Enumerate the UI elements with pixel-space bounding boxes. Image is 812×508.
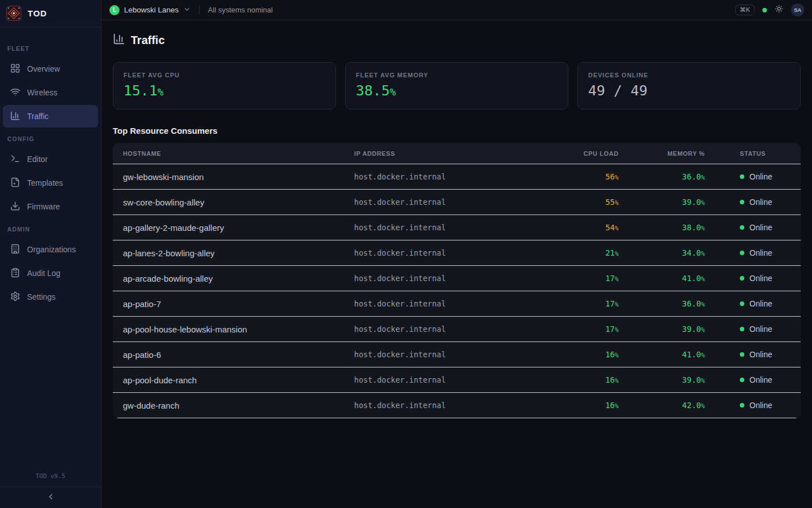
status-label: Online bbox=[749, 401, 772, 410]
cpu-load-cell: 54% bbox=[547, 215, 626, 240]
status-cell: Online bbox=[712, 266, 801, 291]
topbar: L Lebowski Lanes All systems nominal ⌘K … bbox=[102, 0, 812, 20]
sidebar-item-label: Wireless bbox=[27, 88, 58, 97]
sidebar-item-overview[interactable]: Overview bbox=[3, 58, 98, 80]
app-version: TOD v9.5 bbox=[0, 472, 101, 487]
online-dot bbox=[740, 276, 744, 281]
user-avatar[interactable]: SA bbox=[791, 3, 804, 16]
sidebar-item-label: Settings bbox=[27, 292, 56, 301]
online-dot bbox=[740, 225, 744, 230]
org-switcher[interactable]: L Lebowski Lanes bbox=[109, 5, 191, 15]
cpu-load-cell: 16% bbox=[547, 342, 626, 367]
stat-value: 49 / 49 bbox=[588, 82, 790, 99]
main-area: L Lebowski Lanes All systems nominal ⌘K … bbox=[102, 0, 812, 508]
sidebar-item-settings[interactable]: Settings bbox=[3, 286, 98, 308]
table-row[interactable]: ap-patio-7host.docker.internal17%36.0%On… bbox=[113, 291, 801, 317]
table-row[interactable]: ap-lanes-2-bowling-alleyhost.docker.inte… bbox=[113, 240, 801, 266]
cpu-load-cell: 16% bbox=[547, 367, 626, 393]
nav-section-fleet: FLEET bbox=[0, 45, 101, 52]
hostname-cell: ap-lanes-2-bowling-alley bbox=[113, 240, 354, 266]
col-hostname: HOSTNAME bbox=[113, 143, 354, 164]
table-row[interactable]: ap-gallery-2-maude-galleryhost.docker.in… bbox=[113, 215, 801, 240]
memory-cell: 36.0% bbox=[626, 164, 712, 190]
table-row[interactable]: ap-pool-house-lebowski-mansionhost.docke… bbox=[113, 317, 801, 342]
status-cell: Online bbox=[712, 240, 801, 266]
nav-section-config: CONFIG bbox=[0, 135, 101, 142]
stat-card-fleet-avg-cpu: FLEET AVG CPU 15.1% bbox=[113, 62, 336, 110]
theme-toggle-button[interactable] bbox=[775, 5, 783, 15]
online-dot bbox=[740, 327, 744, 331]
status-label: Online bbox=[749, 198, 772, 207]
sidebar-item-wireless[interactable]: Wireless bbox=[3, 81, 98, 104]
table-row[interactable]: ap-pool-dude-ranchhost.docker.internal16… bbox=[113, 367, 801, 393]
status-label: Online bbox=[749, 375, 772, 384]
ip-cell: host.docker.internal bbox=[354, 240, 547, 266]
online-dot bbox=[740, 200, 744, 204]
sidebar-item-templates[interactable]: Templates bbox=[3, 172, 98, 194]
hostname-cell: ap-patio-6 bbox=[113, 342, 354, 367]
sidebar-footer: TOD v9.5 bbox=[0, 472, 101, 508]
resource-table-body: gw-lebowski-mansionhost.docker.internal5… bbox=[113, 164, 801, 418]
status-label: Online bbox=[749, 325, 772, 334]
hostname-cell: ap-arcade-bowling-alley bbox=[113, 266, 354, 291]
ip-cell: host.docker.internal bbox=[354, 291, 547, 317]
sidebar-item-label: Organizations bbox=[27, 245, 76, 254]
table-row[interactable]: ap-patio-6host.docker.internal16%41.0%On… bbox=[113, 342, 801, 367]
status-cell: Online bbox=[712, 190, 801, 215]
memory-cell: 39.0% bbox=[626, 317, 712, 342]
sidebar-item-label: Audit Log bbox=[27, 269, 60, 278]
cpu-load-cell: 21% bbox=[547, 240, 626, 266]
memory-cell: 38.0% bbox=[626, 215, 712, 240]
ip-cell: host.docker.internal bbox=[354, 367, 547, 393]
sidebar-item-label: Overview bbox=[27, 64, 60, 73]
ip-cell: host.docker.internal bbox=[354, 266, 547, 291]
chevron-left-icon bbox=[46, 492, 55, 503]
table-row[interactable]: gw-lebowski-mansionhost.docker.internal5… bbox=[113, 164, 801, 190]
table-row[interactable]: gw-dude-ranchhost.docker.internal16%42.0… bbox=[113, 393, 801, 418]
app-logo-icon bbox=[6, 6, 21, 21]
sidebar-item-firmware[interactable]: Firmware bbox=[3, 195, 98, 218]
memory-cell: 42.0% bbox=[626, 393, 712, 418]
status-cell: Online bbox=[712, 367, 801, 393]
bar-chart-icon bbox=[10, 111, 20, 122]
online-dot bbox=[740, 403, 744, 408]
clipboard-icon bbox=[10, 268, 20, 279]
ip-cell: host.docker.internal bbox=[354, 393, 547, 418]
stat-value: 38.5% bbox=[356, 82, 558, 99]
online-dot bbox=[740, 301, 744, 306]
page-title: Traffic bbox=[131, 34, 165, 47]
table-row[interactable]: sw-core-bowling-alleyhost.docker.interna… bbox=[113, 190, 801, 215]
page-title-row: Traffic bbox=[113, 33, 801, 47]
sidebar-collapse-button[interactable] bbox=[0, 487, 101, 508]
page-content: Traffic FLEET AVG CPU 15.1% FLEET AVG ME… bbox=[102, 20, 812, 418]
memory-cell: 41.0% bbox=[626, 342, 712, 367]
command-palette-button[interactable]: ⌘K bbox=[735, 5, 754, 15]
memory-cell: 39.0% bbox=[626, 190, 712, 215]
stat-card-fleet-avg-memory: FLEET AVG MEMORY 38.5% bbox=[345, 62, 568, 110]
stats-grid: FLEET AVG CPU 15.1% FLEET AVG MEMORY 38.… bbox=[113, 62, 801, 110]
status-cell: Online bbox=[712, 342, 801, 367]
building-icon bbox=[10, 244, 20, 256]
col-status: STATUS bbox=[712, 143, 801, 164]
ip-cell: host.docker.internal bbox=[354, 190, 547, 215]
sidebar-item-label: Templates bbox=[27, 178, 63, 187]
sidebar-item-editor[interactable]: Editor bbox=[3, 148, 98, 170]
table-row[interactable]: ap-arcade-bowling-alleyhost.docker.inter… bbox=[113, 266, 801, 291]
system-status-text: All systems nominal bbox=[208, 6, 273, 14]
table-header-row: HOSTNAME IP ADDRESS CPU LOAD MEMORY % ST… bbox=[113, 143, 801, 164]
grid-icon bbox=[10, 63, 20, 75]
memory-cell: 39.0% bbox=[626, 367, 712, 393]
status-label: Online bbox=[749, 248, 772, 257]
sidebar-item-audit-log[interactable]: Audit Log bbox=[3, 262, 98, 284]
status-label: Online bbox=[749, 299, 772, 308]
file-icon bbox=[10, 177, 20, 189]
sidebar-item-label: Firmware bbox=[27, 202, 60, 211]
sidebar-item-traffic[interactable]: Traffic bbox=[3, 105, 98, 128]
sidebar-item-label: Traffic bbox=[27, 112, 48, 121]
sidebar-item-organizations[interactable]: Organizations bbox=[3, 238, 98, 261]
ip-cell: host.docker.internal bbox=[354, 342, 547, 367]
cpu-load-cell: 56% bbox=[547, 164, 626, 190]
hostname-cell: gw-lebowski-mansion bbox=[113, 164, 354, 190]
stat-card-devices-online: DEVICES ONLINE 49 / 49 bbox=[577, 62, 801, 110]
online-dot bbox=[740, 352, 744, 357]
